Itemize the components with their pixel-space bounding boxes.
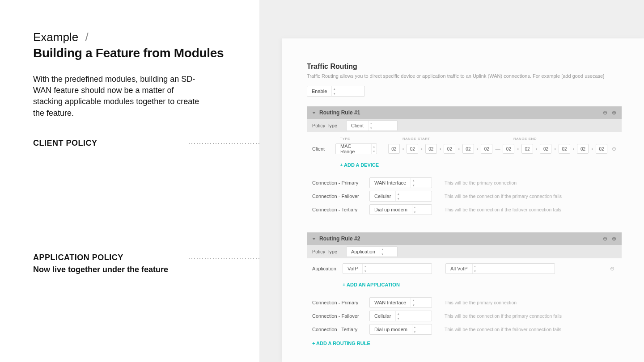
mac-octet-input[interactable]: 02 (503, 144, 514, 154)
mac-octet-input[interactable]: 02 (540, 144, 551, 154)
policy-type-value: Application (347, 247, 380, 257)
col-range-end-label: RANGE END (513, 137, 537, 141)
application-policy-callout: APPLICATION POLICY Now live together und… (33, 253, 168, 274)
policy-type-label: Policy Type (312, 249, 340, 254)
client-type-select[interactable]: MAC Range ▲▼ (335, 143, 377, 154)
conn-failover-value: Cellular (370, 191, 395, 201)
stepper-icon: ▲▼ (331, 86, 337, 96)
stepper-icon: ▲▼ (371, 144, 377, 154)
stepper-icon: ▲▼ (472, 264, 478, 274)
remove-rule-icon[interactable]: ⊖ (603, 236, 607, 242)
mac-octet-input[interactable]: 02 (444, 144, 455, 154)
remove-device-icon[interactable]: ⊖ (612, 146, 616, 152)
app-canvas: Traffic Routing Traffic Routing allows y… (259, 0, 644, 362)
conn-failover-value: Cellular (370, 311, 395, 321)
rule-2-body: Application VoIP ▲▼ All VoIP ▲▼ ⊖ + ADD … (307, 258, 622, 352)
client-policy-label: CLIENT POLICY (33, 139, 97, 148)
conn-tertiary-value: Dial up modem (370, 324, 412, 334)
remove-app-icon[interactable]: ⊖ (610, 265, 616, 272)
add-application-link[interactable]: + ADD AN APPLICATION (343, 282, 400, 287)
stepper-icon: ▲▼ (411, 298, 416, 307)
conn-failover-select[interactable]: Cellular ▲▼ (369, 311, 432, 321)
breadcrumb-text: Example (33, 30, 78, 44)
info-sidebar: Example / Building a Feature from Module… (0, 0, 259, 362)
conn-tertiary-label: Connection - Tertiary (312, 207, 369, 212)
app-value-select[interactable]: All VoIP ▲▼ (445, 263, 555, 274)
app-value-value: All VoIP (446, 264, 472, 274)
rules-container: Routing Rule #1 ⊖ ⊕ Policy Type Client ▲… (307, 106, 622, 352)
application-label: Application (312, 266, 343, 271)
traffic-routing-panel: Traffic Routing Traffic Routing allows y… (282, 38, 644, 362)
range-dash: — (495, 146, 500, 152)
stepper-icon: ▲▼ (362, 264, 368, 274)
conn-tertiary-select[interactable]: Dial up modem ▲▼ (369, 204, 432, 215)
client-type-value: MAC Range (336, 144, 371, 154)
app-category-select[interactable]: VoIP ▲▼ (343, 263, 432, 274)
policy-type-label: Policy Type (312, 123, 340, 128)
mac-range-start: 02• 02• 02• 02• 02• 02 (388, 144, 493, 154)
chevron-down-icon (312, 112, 316, 114)
mac-octet-input[interactable]: 02 (462, 144, 474, 154)
conn-failover-hint: This will be the connection if the prima… (445, 194, 562, 199)
remove-rule-icon[interactable]: ⊖ (603, 109, 607, 116)
rule-1-policy-row: Policy Type Client ▲▼ (307, 119, 622, 132)
rule-1-title: Routing Rule #1 (319, 109, 360, 116)
conn-primary-row: Connection - Primary WAN Interface ▲▼ Th… (312, 296, 616, 309)
conn-failover-row: Connection - Failover Cellular ▲▼ This w… (312, 309, 616, 323)
conn-tertiary-hint: This will be the connection if the failo… (445, 327, 561, 332)
stepper-icon: ▲▼ (380, 247, 385, 257)
conn-primary-hint: This will be the primary connection (445, 180, 517, 185)
application-policy-sub: Now live together under the feature (33, 265, 168, 274)
mac-octet-input[interactable]: 02 (407, 144, 418, 154)
drag-rule-icon[interactable]: ⊕ (612, 236, 616, 242)
mac-octet-input[interactable]: 02 (559, 144, 570, 154)
conn-failover-select[interactable]: Cellular ▲▼ (369, 191, 432, 202)
client-label: Client (312, 146, 335, 152)
panel-title: Traffic Routing (307, 63, 644, 71)
policy-type-select[interactable]: Application ▲▼ (346, 246, 398, 257)
col-range-start-label: RANGE START (402, 137, 501, 141)
conn-tertiary-select[interactable]: Dial up modem ▲▼ (369, 324, 432, 335)
conn-tertiary-row: Connection - Tertiary Dial up modem ▲▼ T… (312, 323, 616, 336)
mac-octet-input[interactable]: 02 (577, 144, 589, 154)
add-device-link[interactable]: + ADD A DEVICE (340, 162, 379, 168)
rule-1-header[interactable]: Routing Rule #1 ⊖ ⊕ (307, 106, 622, 119)
drag-rule-icon[interactable]: ⊕ (612, 109, 616, 116)
conn-primary-label: Connection - Primary (312, 300, 369, 305)
mac-octet-input[interactable]: 02 (481, 144, 492, 154)
conn-failover-label: Connection - Failover (312, 194, 369, 199)
page-title: Building a Feature from Modules (33, 46, 259, 60)
client-policy-callout: CLIENT POLICY (33, 139, 97, 148)
stepper-icon: ▲▼ (395, 311, 401, 321)
mac-range-end: 02• 02• 02• 02• 02• 02 (503, 144, 607, 154)
add-routing-rule-link[interactable]: + ADD A ROUTING RULE (312, 341, 616, 346)
mac-octet-input[interactable]: 02 (521, 144, 533, 154)
conn-primary-row: Connection - Primary WAN Interface ▲▼ Th… (312, 176, 616, 189)
policy-type-value: Client (347, 121, 368, 130)
stepper-icon: ▲▼ (395, 191, 401, 201)
conn-primary-select[interactable]: WAN Interface ▲▼ (369, 177, 432, 188)
enable-select-value: Enable (307, 86, 331, 96)
conn-primary-label: Connection - Primary (312, 180, 369, 185)
application-policy-label: APPLICATION POLICY (33, 253, 168, 262)
col-type-label: TYPE (340, 137, 389, 141)
rule-2-policy-row: Policy Type Application ▲▼ (307, 245, 622, 258)
mac-octet-input[interactable]: 02 (388, 144, 400, 154)
rule-2-header[interactable]: Routing Rule #2 ⊖ ⊕ (307, 232, 622, 245)
stepper-icon: ▲▼ (412, 205, 417, 215)
policy-type-select[interactable]: Client ▲▼ (346, 120, 398, 131)
mac-octet-input[interactable]: 02 (425, 144, 437, 154)
client-row: Client MAC Range ▲▼ 02• 02• 02• 02• 02• … (312, 142, 616, 156)
enable-select[interactable]: Enable ▲▼ (307, 86, 365, 97)
chevron-down-icon (312, 238, 316, 240)
rule-2-title: Routing Rule #2 (319, 236, 360, 242)
mac-octet-input[interactable]: 02 (596, 144, 607, 154)
conn-primary-select[interactable]: WAN Interface ▲▼ (369, 297, 432, 308)
conn-primary-hint: This will be the primary connection (445, 300, 517, 305)
conn-primary-value: WAN Interface (370, 298, 411, 307)
page-description: With the predefined modules, building an… (33, 74, 203, 119)
conn-failover-hint: This will be the connection if the prima… (445, 313, 562, 319)
conn-tertiary-label: Connection - Tertiary (312, 327, 369, 332)
panel-description: Traffic Routing allows you to direct spe… (307, 73, 620, 79)
application-row: Application VoIP ▲▼ All VoIP ▲▼ ⊖ (312, 262, 616, 275)
